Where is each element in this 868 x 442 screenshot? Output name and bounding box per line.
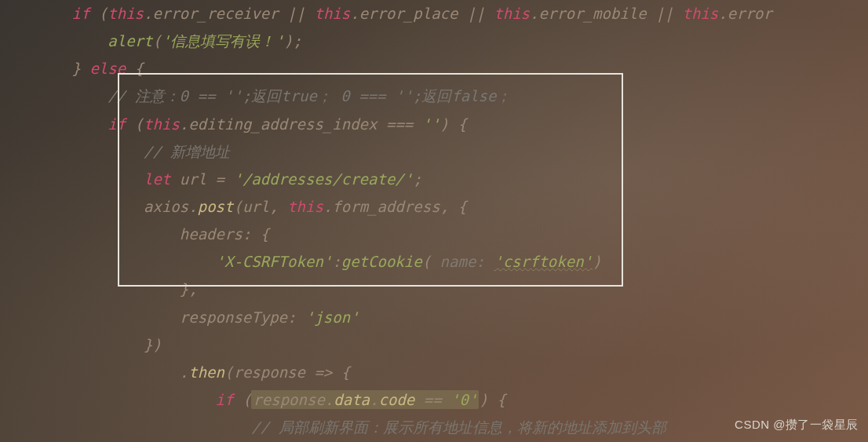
code-line: if (response.data.code == '0') {	[0, 386, 868, 414]
code-line: } else {	[0, 55, 868, 82]
code-line: },	[0, 276, 868, 303]
code-line: if (this.editing_address_index === '') {	[0, 111, 868, 138]
code-line: })	[0, 331, 868, 359]
code-line: let url = '/addresses/create/';	[0, 166, 868, 193]
keyword-if: if	[72, 5, 90, 22]
code-line: alert('信息填写有误！');	[0, 27, 868, 55]
code-line: if (this.error_receiver || this.error_pl…	[0, 0, 868, 27]
code-line: // 注意：0 == '';返回true； 0 === '';返回false；	[0, 82, 868, 110]
code-line: headers: {	[0, 221, 868, 248]
code-editor[interactable]: if (this.error_receiver || this.error_pl…	[0, 0, 868, 441]
code-line: responseType: 'json'	[0, 304, 868, 331]
code-line: .then(response => {	[0, 359, 868, 386]
code-line: axios.post(url, this.form_address, {	[0, 193, 868, 221]
code-line: 'X-CSRFToken':getCookie( name: 'csrftoke…	[0, 248, 868, 276]
code-line: // 新增地址	[0, 138, 868, 166]
watermark: CSDN @攒了一袋星辰	[735, 414, 859, 436]
